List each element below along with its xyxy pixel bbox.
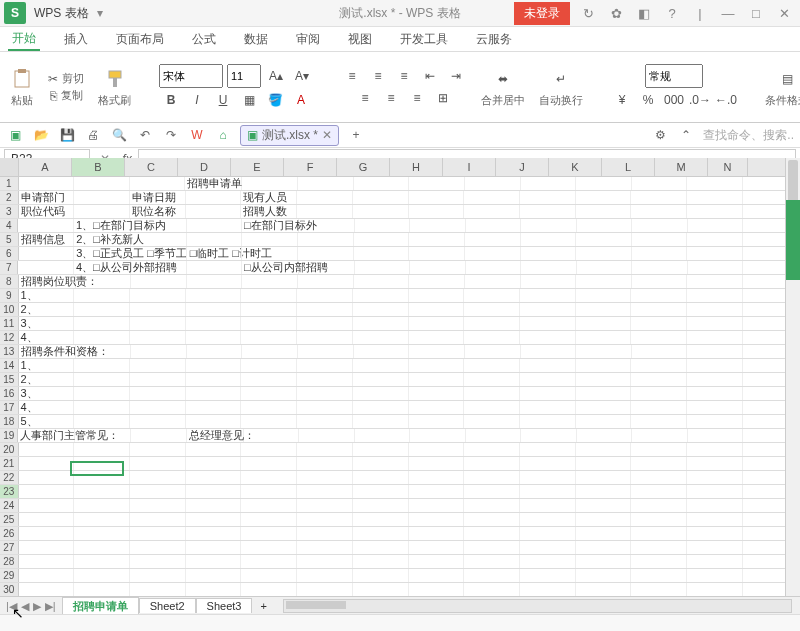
cell[interactable] (409, 555, 465, 568)
cell[interactable] (74, 415, 130, 428)
cell[interactable] (130, 331, 186, 344)
cell[interactable]: 4、 (19, 401, 75, 414)
cell[interactable] (576, 415, 632, 428)
cell[interactable] (186, 303, 242, 316)
cell[interactable] (241, 401, 297, 414)
cell[interactable] (520, 317, 576, 330)
cell[interactable] (577, 429, 633, 442)
new-tab-icon[interactable]: + (347, 126, 365, 144)
cell[interactable]: 总经理意见： (187, 429, 244, 442)
row-header[interactable]: 19 (0, 429, 18, 442)
cell[interactable]: □从公司内部招聘 (242, 261, 299, 274)
cell[interactable] (632, 275, 688, 288)
cell[interactable] (687, 345, 743, 358)
cell[interactable] (241, 415, 297, 428)
cell[interactable] (74, 457, 130, 470)
cell[interactable] (76, 345, 132, 358)
cell[interactable] (409, 401, 465, 414)
cell[interactable] (298, 177, 354, 190)
cell[interactable] (576, 331, 632, 344)
cell[interactable] (687, 205, 743, 218)
cell[interactable]: 申请日期 (130, 191, 186, 204)
row-header[interactable]: 12 (0, 331, 19, 344)
cell[interactable] (186, 191, 242, 204)
cell[interactable] (353, 443, 409, 456)
select-all-corner[interactable] (0, 158, 19, 176)
row-header[interactable]: 8 (0, 275, 19, 288)
cell[interactable] (242, 247, 298, 260)
cell[interactable] (186, 401, 242, 414)
cell[interactable] (74, 499, 130, 512)
cell[interactable]: 3、 (19, 387, 75, 400)
save-icon[interactable]: 💾 (58, 126, 76, 144)
cell[interactable] (75, 429, 131, 442)
cell[interactable] (241, 485, 297, 498)
cell[interactable] (687, 457, 743, 470)
cell[interactable] (687, 401, 743, 414)
cell[interactable] (687, 275, 743, 288)
cell[interactable] (743, 387, 786, 400)
cell[interactable] (576, 471, 632, 484)
cell[interactable] (354, 345, 410, 358)
row-header[interactable]: 15 (0, 373, 19, 386)
cell[interactable] (743, 415, 786, 428)
cell[interactable]: 1、□在部门目标内 (74, 219, 131, 232)
cell[interactable] (576, 303, 632, 316)
row-header[interactable]: 9 (0, 289, 19, 302)
cell[interactable] (576, 527, 632, 540)
font-name-select[interactable] (159, 64, 223, 88)
cell[interactable] (241, 331, 297, 344)
cell[interactable] (576, 387, 632, 400)
cell[interactable] (632, 233, 688, 246)
row-header[interactable]: 18 (0, 415, 19, 428)
cell[interactable] (74, 541, 130, 554)
row-header[interactable]: 17 (0, 401, 19, 414)
cell[interactable] (242, 345, 298, 358)
cell[interactable] (241, 541, 297, 554)
menu-tab-formula[interactable]: 公式 (188, 29, 220, 50)
cell[interactable] (297, 541, 353, 554)
row-header[interactable]: 2 (0, 191, 19, 204)
wps-cloud-icon[interactable]: W (188, 126, 206, 144)
cell[interactable] (631, 415, 687, 428)
cell[interactable] (576, 541, 632, 554)
cell[interactable] (521, 345, 577, 358)
cell[interactable] (19, 247, 75, 260)
cell[interactable] (520, 401, 576, 414)
row-header[interactable]: 11 (0, 317, 19, 330)
cell[interactable] (131, 345, 187, 358)
cell[interactable] (464, 373, 520, 386)
cell[interactable]: 职位代码 (19, 205, 75, 218)
menu-tab-view[interactable]: 视图 (344, 29, 376, 50)
maximize-icon[interactable]: □ (746, 6, 766, 21)
cell[interactable] (465, 275, 521, 288)
col-header-N[interactable]: N (708, 158, 748, 176)
cell[interactable] (409, 485, 465, 498)
menu-tab-page-layout[interactable]: 页面布局 (112, 29, 168, 50)
row-header[interactable]: 29 (0, 569, 19, 582)
cell[interactable] (521, 275, 577, 288)
cell[interactable] (241, 359, 297, 372)
row-header[interactable]: 26 (0, 527, 19, 540)
cell[interactable] (74, 205, 130, 218)
cell[interactable] (187, 219, 243, 232)
cell[interactable] (130, 373, 186, 386)
cell[interactable] (520, 331, 576, 344)
cell[interactable] (631, 373, 687, 386)
cell[interactable] (186, 205, 242, 218)
cell[interactable] (130, 471, 186, 484)
cell[interactable] (743, 359, 786, 372)
cell[interactable] (186, 471, 242, 484)
cell[interactable] (409, 541, 465, 554)
cell[interactable] (687, 387, 743, 400)
cell[interactable] (130, 569, 186, 582)
cell[interactable] (576, 513, 632, 526)
cell[interactable]: 2、 (19, 373, 75, 386)
cell[interactable] (743, 373, 786, 386)
cell[interactable] (465, 177, 521, 190)
cell[interactable] (130, 513, 186, 526)
cell[interactable] (577, 219, 633, 232)
cell[interactable] (299, 261, 355, 274)
number-format-select[interactable] (645, 64, 703, 88)
cell[interactable] (241, 513, 297, 526)
